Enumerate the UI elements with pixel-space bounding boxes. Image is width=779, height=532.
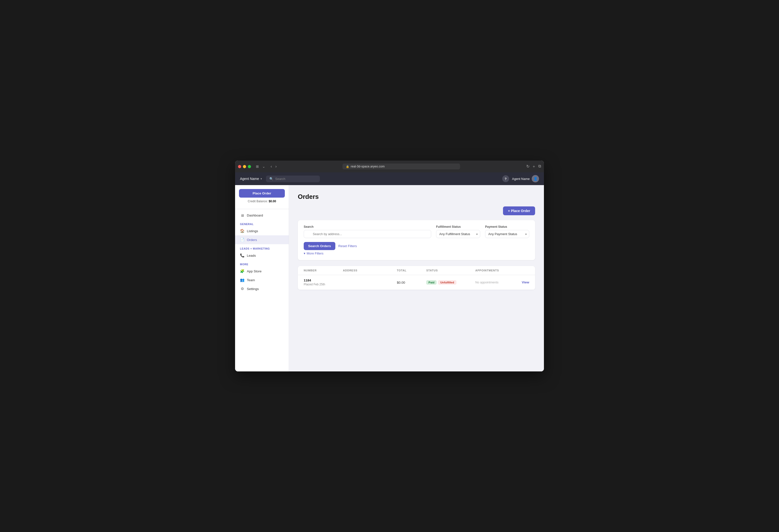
close-button[interactable]: [238, 165, 241, 168]
order-number: 1184: [304, 279, 343, 282]
col-header-status: STATUS: [426, 269, 475, 272]
sidebar-label-team: Team: [247, 278, 255, 282]
search-input[interactable]: [304, 230, 431, 238]
payment-status-label: Payment Status: [485, 225, 529, 229]
sidebar-label-dashboard: Dashboard: [247, 214, 263, 217]
minimize-button[interactable]: [243, 165, 246, 168]
sidebar-label-settings: Settings: [247, 287, 259, 291]
order-total: $0.00: [397, 281, 405, 284]
credit-balance-value: $0.00: [268, 199, 276, 203]
reload-icon[interactable]: ↻: [526, 164, 530, 169]
more-filters-label: More Filters: [307, 251, 323, 255]
sidebar-item-app-store[interactable]: 🧩 App Store: [235, 267, 289, 276]
payment-status-select-wrap: Any Payment Status Paid Unpaid ▾: [485, 230, 529, 238]
payment-status-select[interactable]: Any Payment Status Paid Unpaid: [485, 230, 529, 238]
sidebar-divider-1: [235, 209, 289, 209]
home-icon: 🏠: [240, 229, 244, 233]
more-filters-button[interactable]: ▾ More Filters: [304, 251, 323, 255]
title-bar-controls: ⊞ ⌄: [255, 164, 266, 169]
sidebar-item-settings[interactable]: ⚙ Settings: [235, 284, 289, 293]
sidebar-item-orders[interactable]: 📄 Orders: [235, 235, 289, 244]
monitor-icon: 🖥: [240, 213, 244, 218]
sidebar-section-general: GENERAL: [235, 220, 289, 227]
no-appointments-text: No appointments: [475, 281, 498, 284]
status-badges: Paid Unfulfilled: [426, 280, 475, 285]
sidebar-section-more: MORE: [235, 260, 289, 267]
chevron-down-icon[interactable]: ⌄: [261, 164, 266, 169]
credit-balance: Credit Balance: $0.00: [235, 199, 289, 203]
filters-actions: Search Orders Reset Filters: [304, 242, 529, 250]
fulfillment-status-select-wrap: Any Fulfillment Status Fulfilled Unfulfi…: [436, 230, 480, 238]
title-bar-actions: ↻ ＋ ⧉: [526, 164, 541, 169]
title-bar: ⊞ ⌄ ‹ › 🔒 real-3d-space.aryeo.com ↻ ＋ ⧉: [235, 161, 544, 172]
search-filter-label: Search: [304, 225, 431, 229]
col-header-total: TOTAL: [397, 269, 426, 272]
sidebar: Place Order Credit Balance: $0.00 🖥 Dash…: [235, 185, 289, 371]
search-orders-button[interactable]: Search Orders: [304, 242, 335, 250]
agent-name-button[interactable]: Agent Name ▾: [240, 177, 262, 181]
fulfillment-status-select[interactable]: Any Fulfillment Status Fulfilled Unfulfi…: [436, 230, 480, 238]
back-button[interactable]: ‹: [269, 163, 273, 170]
search-bar-placeholder: Search: [275, 177, 285, 181]
sidebar-label-leads: Leads: [247, 254, 256, 257]
payment-status-filter-group: Payment Status Any Payment Status Paid U…: [485, 225, 529, 238]
tabs-icon[interactable]: ⧉: [538, 164, 541, 169]
sidebar-item-team[interactable]: 👥 Team: [235, 276, 289, 284]
place-order-main-button[interactable]: + Place Order: [503, 206, 535, 215]
sidebar-item-dashboard[interactable]: 🖥 Dashboard: [235, 211, 289, 220]
paid-badge: Paid: [426, 280, 436, 285]
col-header-address: ADDRESS: [343, 269, 397, 272]
table-row: 1184 Placed Feb 25th $0.00 Paid: [298, 275, 535, 290]
agent-chevron-icon: ▾: [260, 177, 262, 180]
help-button[interactable]: ?: [502, 175, 509, 182]
lock-icon: 🔒: [346, 165, 349, 168]
main-area: Place Order Credit Balance: $0.00 🖥 Dash…: [235, 185, 544, 371]
team-icon: 👥: [240, 278, 244, 282]
sidebar-label-app-store: App Store: [247, 270, 261, 273]
search-bar[interactable]: 🔍 Search: [266, 176, 320, 182]
orders-table: NUMBER ADDRESS TOTAL STATUS APPOINTMENTS…: [298, 266, 535, 290]
reset-filters-button[interactable]: Reset Filters: [338, 244, 357, 248]
fulfillment-status-label: Fulfillment Status: [436, 225, 480, 229]
puzzle-icon: 🧩: [240, 269, 244, 273]
sidebar-item-listings[interactable]: 🏠 Listings: [235, 227, 289, 235]
filters-card: Search 🔍 Fulfillment Status Any: [298, 220, 535, 260]
phone-icon: 📞: [240, 253, 244, 258]
unfulfilled-badge: Unfulfilled: [438, 280, 456, 285]
agent-profile: Agent Name 👤: [512, 175, 539, 182]
sidebar-label-listings: Listings: [247, 229, 258, 233]
agent-name-text: Agent Name: [240, 177, 259, 181]
view-order-link[interactable]: View: [522, 281, 529, 284]
col-header-appointments: APPOINTMENTS: [475, 269, 529, 272]
add-tab-icon[interactable]: ＋: [532, 164, 536, 169]
search-icon: 🔍: [269, 177, 273, 181]
order-total-col: $0.00: [397, 280, 426, 285]
filters-row: Search 🔍 Fulfillment Status Any: [304, 225, 529, 238]
top-nav: Agent Name ▾ 🔍 Search ? Agent Name 👤: [235, 172, 544, 185]
traffic-lights: [238, 165, 251, 168]
order-date: Placed Feb 25th: [304, 283, 343, 286]
address-bar[interactable]: 🔒 real-3d-space.aryeo.com: [343, 164, 460, 169]
search-input-wrap: 🔍: [304, 230, 431, 238]
sidebar-item-leads[interactable]: 📞 Leads: [235, 251, 289, 260]
maximize-button[interactable]: [248, 165, 251, 168]
top-nav-right: ? Agent Name 👤: [502, 175, 539, 182]
sidebar-label-orders: Orders: [247, 238, 257, 242]
sidebar-toggle-icon[interactable]: ⊞: [255, 164, 260, 169]
search-filter-group: Search 🔍: [304, 225, 431, 238]
sidebar-place-order-button[interactable]: Place Order: [239, 189, 285, 197]
place-order-top-right: + Place Order: [298, 206, 535, 215]
agent-profile-name: Agent Name: [512, 177, 530, 181]
table-header: NUMBER ADDRESS TOTAL STATUS APPOINTMENTS: [298, 266, 535, 275]
credit-balance-label: Credit Balance:: [248, 199, 268, 203]
main-content: Orders + Place Order Search 🔍: [289, 185, 544, 371]
order-status-col: Paid Unfulfilled: [426, 280, 475, 285]
order-number-col: 1184 Placed Feb 25th: [304, 279, 343, 286]
fulfillment-status-filter-group: Fulfillment Status Any Fulfillment Statu…: [436, 225, 480, 238]
app-layout: Agent Name ▾ 🔍 Search ? Agent Name 👤 Pla…: [235, 172, 544, 371]
appointments-col-inner: No appointments View: [475, 281, 529, 284]
forward-button[interactable]: ›: [274, 163, 278, 170]
browser-nav-buttons: ‹ ›: [269, 163, 278, 170]
address-bar-wrap: 🔒 real-3d-space.aryeo.com: [280, 164, 522, 169]
document-icon: 📄: [240, 238, 244, 242]
